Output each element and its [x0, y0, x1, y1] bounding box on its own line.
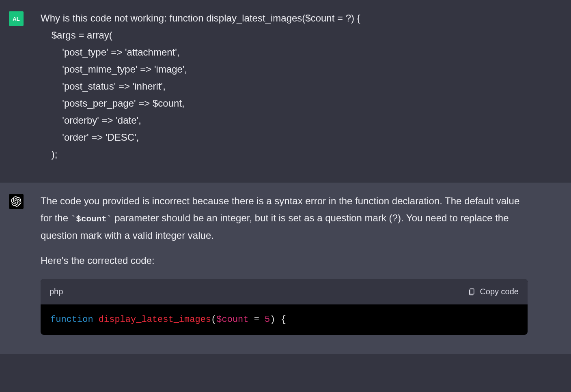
assistant-paragraph-1: The code you provided is incorrect becau…: [41, 193, 532, 244]
code-token-equals: =: [249, 315, 265, 325]
code-token-function: display_latest_images: [99, 315, 211, 325]
user-avatar: AL: [9, 11, 24, 26]
code-block-header: php Copy code: [41, 279, 528, 304]
code-token-keyword: function: [50, 315, 93, 325]
svg-rect-0: [470, 289, 474, 294]
code-language-label: php: [50, 285, 63, 299]
assistant-paragraph-2: Here's the corrected code:: [41, 252, 532, 269]
code-token-space2: [276, 315, 281, 325]
code-token-space: [93, 315, 99, 325]
user-message-text: Why is this code not working: function d…: [41, 10, 568, 163]
assistant-message-row: The code you provided is incorrect becau…: [0, 182, 571, 354]
code-block: php Copy code function display_latest_im…: [41, 279, 528, 335]
inline-code-count: `$count`: [71, 214, 112, 224]
code-token-number: 5: [265, 315, 270, 325]
user-message-row: AL Why is this code not working: functio…: [0, 0, 571, 182]
code-body[interactable]: function display_latest_images($count = …: [41, 304, 528, 335]
code-token-brace: {: [281, 315, 286, 325]
openai-logo-icon: [11, 196, 22, 207]
copy-code-button[interactable]: Copy code: [468, 285, 519, 299]
copy-code-label: Copy code: [480, 285, 519, 299]
user-avatar-initials: AL: [13, 16, 19, 22]
assistant-message-content: The code you provided is incorrect becau…: [41, 193, 568, 335]
clipboard-icon: [468, 287, 476, 296]
assistant-avatar: [9, 194, 24, 209]
code-token-variable: $count: [216, 315, 248, 325]
code-token-rparen: ): [270, 315, 275, 325]
code-token-lparen: (: [211, 315, 216, 325]
